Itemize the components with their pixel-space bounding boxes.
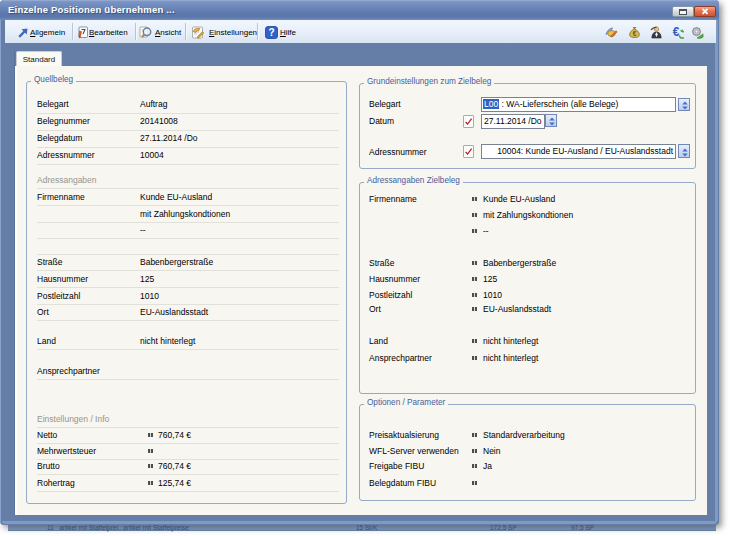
svg-text:€: €: [633, 30, 637, 37]
svg-text:?: ?: [268, 27, 274, 38]
svg-text:€: €: [673, 26, 680, 39]
